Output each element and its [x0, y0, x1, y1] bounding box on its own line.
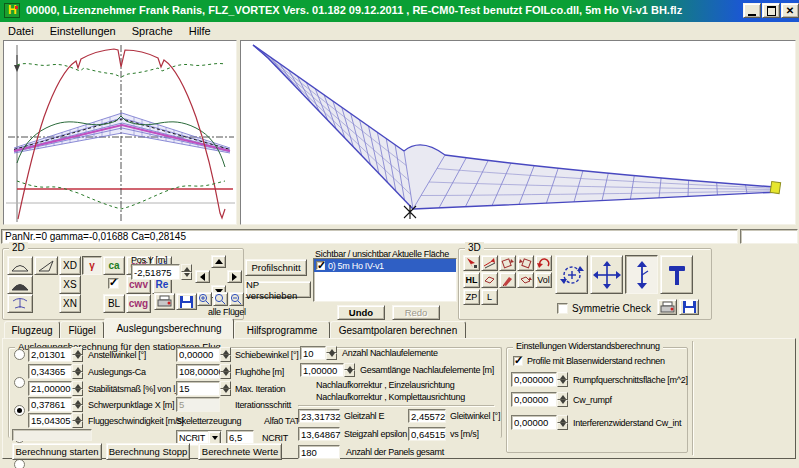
gleitzahl-input[interactable] [299, 411, 343, 423]
spin-down[interactable] [220, 372, 231, 380]
radio-anstellwinkel[interactable] [14, 349, 25, 360]
save-2d-button[interactable] [176, 293, 197, 310]
zoom-mode-button[interactable] [625, 255, 658, 294]
flughoehe-input[interactable] [177, 365, 223, 378]
xn-button[interactable]: XN [59, 294, 81, 313]
posy-spin-up[interactable] [181, 264, 192, 272]
vol-button[interactable]: Vol [535, 272, 552, 288]
nachlauf-count-input[interactable] [301, 348, 329, 360]
zoom-out-button[interactable] [229, 292, 244, 306]
panels-gesamt-input[interactable] [299, 447, 343, 459]
zp-button[interactable]: ZP [463, 289, 480, 305]
flaechen-listbox[interactable]: 0) 5m Ho IV-v1 [313, 258, 457, 302]
close-button[interactable]: ✕ [781, 3, 799, 18]
minimize-button[interactable] [743, 3, 761, 18]
spin-down[interactable] [220, 389, 231, 397]
spin-up[interactable] [72, 397, 83, 405]
max-iteration-input[interactable] [177, 382, 223, 395]
schiebewinkel-input[interactable] [177, 348, 223, 361]
rotate-mode-button[interactable] [555, 255, 588, 294]
l-button[interactable]: L [481, 289, 498, 305]
view-3d-panel[interactable] [240, 40, 796, 225]
anstellwinkel-input[interactable] [29, 348, 75, 361]
blasenwiderstand-checkbox[interactable] [513, 356, 523, 366]
ca-checkbox[interactable] [108, 278, 119, 289]
spin-up[interactable] [72, 381, 83, 389]
schwerpunktlage-input[interactable] [29, 398, 75, 411]
cw-rumpf-input[interactable] [512, 393, 560, 406]
spin-up[interactable] [557, 392, 568, 400]
rotate-left-panel-button[interactable] [499, 255, 516, 271]
xs-button[interactable]: XS [59, 275, 81, 294]
tools-mode-button[interactable] [660, 255, 693, 294]
view-profile-filled-button[interactable] [7, 275, 33, 294]
spin-down[interactable] [72, 355, 83, 363]
print-2d-button[interactable] [154, 293, 175, 310]
cwg-button[interactable]: cwg [126, 294, 151, 313]
posy-input[interactable] [132, 265, 183, 279]
spin-up[interactable] [72, 413, 83, 421]
pan-right-button[interactable] [227, 270, 242, 283]
redo-button[interactable]: Redo [392, 305, 440, 320]
spin-down[interactable] [557, 423, 568, 431]
spin-up[interactable] [72, 364, 83, 372]
view-profile-outline-button[interactable] [7, 256, 33, 275]
spin-up[interactable] [220, 381, 231, 389]
berechnung-starten-button[interactable]: Berechnung starten [12, 443, 102, 460]
radio-stabilitaetsmass[interactable] [14, 405, 25, 416]
tab-gesamtpolaren[interactable]: Gesamtpolaren berechnen [330, 321, 466, 339]
spin-up[interactable] [220, 364, 231, 372]
spin-up[interactable] [557, 415, 568, 423]
save-3d-button[interactable] [679, 299, 699, 315]
symmetrie-check-checkbox[interactable] [557, 303, 568, 314]
list-item-visible-checkbox[interactable] [316, 261, 325, 270]
spin-up[interactable] [344, 363, 355, 370]
menu-hilfe[interactable]: Hilfe [181, 24, 219, 38]
radio-fluggeschwindigkeit[interactable] [14, 459, 25, 468]
tab-fluegel[interactable]: Flügel [60, 321, 104, 339]
spin-down[interactable] [557, 380, 568, 388]
vs-input[interactable] [409, 429, 449, 441]
spin-down[interactable] [344, 370, 355, 377]
posy-spin-down[interactable] [181, 272, 192, 280]
spin-down[interactable] [72, 421, 83, 429]
tab-auslegungsberechnung[interactable]: Auslegungsberechnung [104, 318, 234, 339]
spin-up[interactable] [72, 347, 83, 355]
menu-einstellungen[interactable]: Einstellungen [42, 24, 124, 38]
tab-flugzeug[interactable]: Flugzeug [4, 321, 60, 339]
title-bar[interactable]: H 00000, Lizenznehmer Frank Ranis, FLZ_V… [0, 0, 799, 22]
rumpfflaeche-input[interactable] [512, 373, 560, 386]
gleitwinkel-input[interactable] [409, 411, 449, 423]
wing-view-button[interactable] [34, 256, 58, 275]
profilschnitt-button[interactable]: Profilschnitt [245, 259, 307, 276]
tab-hilfsprogramme[interactable]: Hilfsprogramme [234, 321, 330, 339]
restore-button[interactable] [762, 3, 780, 18]
berechnete-werte-button[interactable]: Berechnete Werte [198, 443, 282, 460]
menu-datei[interactable]: Datei [0, 24, 42, 38]
fluggeschwindigkeit-input[interactable] [29, 414, 75, 427]
pen-button[interactable] [499, 272, 516, 288]
spin-down[interactable] [72, 372, 83, 380]
nachlauf-laenge-input[interactable] [301, 365, 347, 377]
undo-button[interactable]: Undo [337, 305, 385, 320]
bl-button[interactable]: BL [103, 294, 125, 313]
np-verschieben-button[interactable]: NP verschieben [245, 281, 311, 298]
berechnung-stopp-button[interactable]: Berechnung Stopp [106, 443, 190, 460]
pick-point-button[interactable] [463, 255, 480, 271]
spin-down[interactable] [220, 355, 231, 363]
pan-left-button[interactable] [195, 270, 210, 283]
spin-down[interactable] [72, 405, 83, 413]
panel-twist-button[interactable] [517, 272, 534, 288]
panel-flat-button[interactable] [481, 272, 498, 288]
undo-view-button[interactable] [535, 255, 552, 271]
pan-up-button[interactable] [211, 255, 226, 268]
gamma-button[interactable]: γ [82, 256, 102, 275]
spin-up[interactable] [557, 372, 568, 380]
auslegungs-ca-input[interactable] [29, 365, 75, 378]
rotate-right-panel-button[interactable] [517, 255, 534, 271]
print-3d-button[interactable] [657, 299, 677, 315]
ca-button[interactable]: ca [103, 256, 125, 275]
move-mode-button[interactable] [590, 255, 623, 294]
zoom-in-button[interactable] [197, 292, 212, 306]
flow-direction-button[interactable] [481, 255, 498, 271]
